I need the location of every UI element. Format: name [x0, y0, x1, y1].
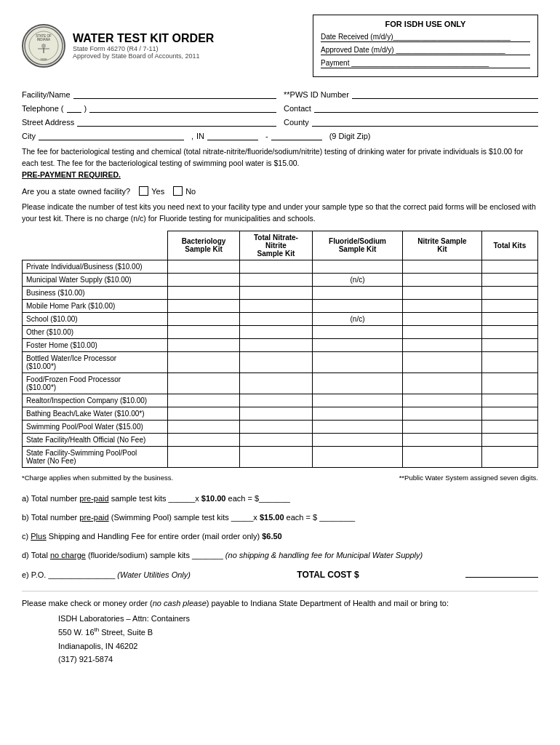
address-row: Street Address County — [22, 116, 538, 127]
table-row: Bottled Water/Ice Processor($10.00*) — [23, 351, 538, 372]
payment-field: Payment ________________________________… — [321, 59, 530, 68]
address-line-2: 550 W. 16th Street, Suite B — [58, 625, 538, 639]
instruction-text: Please indicate the number of test kits … — [22, 202, 538, 225]
kit-order-table: BacteriologySample Kit Total Nitrate-Nit… — [22, 231, 538, 468]
state-field: , IN — [191, 130, 258, 140]
isdh-box-title: FOR ISDH USE ONLY — [321, 20, 530, 28]
table-row: Realtor/Inspection Company ($10.00) — [23, 394, 538, 407]
no-label: No — [185, 187, 196, 196]
telephone-field: Telephone ( ) — [22, 103, 276, 113]
calc-row-d: d) Total no charge (fluoride/sodium) sam… — [22, 547, 538, 563]
table-row: Other ($10.00) — [23, 325, 538, 338]
fee-description: The fee for bacteriological testing and … — [22, 146, 538, 180]
table-row: Food/Frozen Food Processor($10.00*) — [23, 372, 538, 394]
col-total: Total Kits — [481, 231, 537, 260]
header-section: STATE OF INDIANA 1816 WATER TEST KIT ORD… — [22, 15, 538, 77]
facility-name-field: Facility/Name — [22, 89, 276, 99]
calculations-section: a) Total number pre-paid sample test kit… — [22, 490, 538, 583]
mailing-address: ISDH Laboratories – Attn: Containers 550… — [58, 612, 538, 666]
svg-point-5 — [41, 44, 46, 48]
contact-field: Contact — [284, 103, 538, 113]
city-row: City , IN - (9 Digit Zip) — [22, 130, 538, 140]
zip-label: (9 Digit Zip) — [329, 132, 371, 140]
form-title-block: WATER TEST KIT ORDER State Form 46270 (R… — [73, 32, 214, 60]
date-received-field: Date Received (m/d/y)___________________… — [321, 33, 530, 42]
form-fields-section: Facility/Name **PWS ID Number Telephone … — [22, 89, 538, 140]
table-row: Mobile Home Park ($10.00) — [23, 299, 538, 312]
calc-row-b: b) Total number pre-paid (Swimming Pool)… — [22, 509, 538, 525]
telephone-row: Telephone ( ) Contact — [22, 103, 538, 113]
table-row: State Facility/Health Official (No Fee) — [23, 433, 538, 446]
table-row: Bathing Beach/Lake Water ($10.00*) — [23, 407, 538, 420]
no-checkbox-item[interactable]: No — [173, 186, 196, 196]
approved-date-field: Approved Date (m/d/y) __________________… — [321, 46, 530, 55]
form-subtitle-2: Approved by State Board of Accounts, 201… — [73, 52, 214, 60]
table-row: Business ($10.00) — [23, 286, 538, 299]
isdh-use-only-box: FOR ISDH USE ONLY Date Received (m/d/y)_… — [313, 15, 538, 77]
table-row: Private Individual/Business ($10.00) — [23, 260, 538, 273]
street-address-field: Street Address — [22, 116, 276, 127]
form-title: WATER TEST KIT ORDER — [73, 32, 214, 45]
yes-checkbox-item[interactable]: Yes — [139, 186, 164, 196]
col-fluoride: Fluoride/SodiumSample Kit — [312, 231, 403, 260]
address-line-1: ISDH Laboratories – Attn: Containers — [58, 612, 538, 626]
table-row: State Facility-Swimming Pool/PoolWater (… — [23, 446, 538, 467]
col-bact: BacteriologySample Kit — [168, 231, 240, 260]
state-owned-question: Are you a state owned facility? Yes No — [22, 186, 538, 196]
table-row: Swimming Pool/Pool Water ($15.00) — [23, 420, 538, 433]
address-line-4: (317) 921-5874 — [58, 653, 538, 666]
total-cost-field[interactable] — [465, 567, 538, 578]
logo-title-block: STATE OF INDIANA 1816 WATER TEST KIT ORD… — [22, 15, 298, 77]
facility-row: Facility/Name **PWS ID Number — [22, 89, 538, 99]
mailing-section: Please make check or money order (no cas… — [22, 599, 538, 666]
yes-label: Yes — [151, 187, 164, 196]
calc-row-e: e) P.O. _______________ (Water Utilities… — [22, 566, 538, 583]
calc-row-a: a) Total number pre-paid sample test kit… — [22, 490, 538, 506]
footnote-left: *Charge applies when submitted by the bu… — [22, 474, 173, 482]
mailing-intro: Please make check or money order (no cas… — [22, 599, 538, 607]
yes-checkbox[interactable] — [139, 186, 148, 196]
table-footnotes: *Charge applies when submitted by the bu… — [22, 474, 538, 482]
total-cost-label: TOTAL COST $ — [297, 566, 359, 583]
col-nitrate: Total Nitrate-NitriteSample Kit — [240, 231, 313, 260]
state-seal: STATE OF INDIANA 1816 — [22, 24, 65, 68]
pws-id-field: **PWS ID Number — [284, 89, 538, 99]
table-row: Municipal Water Supply ($10.00) (n/c) — [23, 273, 538, 286]
calc-row-c: c) Plus Shipping and Handling Fee for en… — [22, 528, 538, 544]
col-nitrite: Nitrite SampleKit — [403, 231, 481, 260]
section-divider — [22, 591, 538, 591]
address-line-3: Indianapolis, IN 46202 — [58, 640, 538, 653]
zip-separator: - — [265, 130, 322, 140]
prepayment-required: PRE-PAYMENT REQUIRED. — [22, 170, 121, 179]
form-subtitle-1: State Form 46270 (R4 / 7-11) — [73, 45, 214, 52]
svg-text:1816: 1816 — [41, 57, 48, 61]
footnote-right: **Public Water System assigned seven dig… — [399, 474, 538, 482]
table-row: Foster Home ($10.00) — [23, 338, 538, 351]
city-field: City — [22, 130, 184, 140]
no-checkbox[interactable] — [173, 186, 183, 196]
county-field: County — [284, 116, 538, 127]
table-row: School ($10.00) (n/c) — [23, 312, 538, 325]
svg-text:INDIANA: INDIANA — [37, 38, 50, 41]
